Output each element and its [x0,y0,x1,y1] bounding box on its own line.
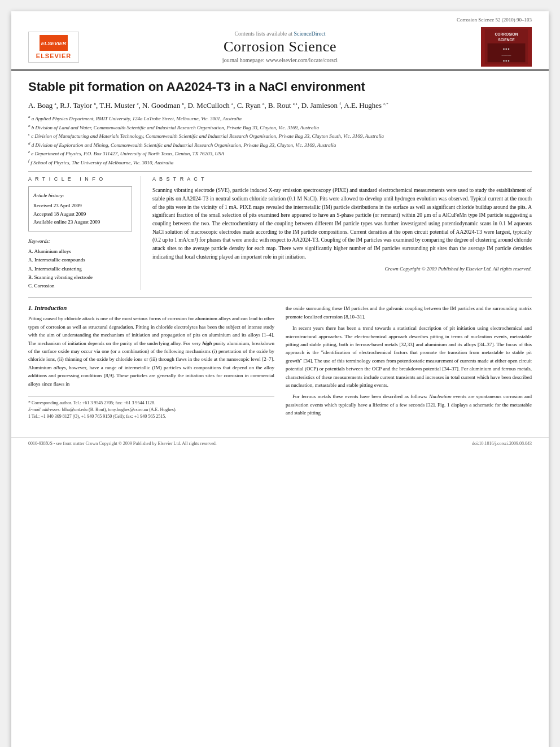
abstract-heading: A B S T R A C T [152,176,532,182]
body-right-col: the oxide surrounding these IM particles… [286,304,532,420]
copyright-line: Crown Copyright © 2009 Published by Else… [152,266,532,272]
intro-para-right-3: For ferrous metals these events have bee… [286,392,532,417]
affiliations: a a Applied Physics Department, RMIT Uni… [28,114,532,167]
accepted-date: Accepted 18 August 2009 [33,210,127,218]
footnote-1: * Corresponding author. Tel.: +61 3 9545… [28,400,274,407]
section1-title: 1. Introduction [28,304,274,311]
svg-text:─────: ───── [501,54,511,57]
intro-para-1: Pitting caused by chloride attack is one… [28,314,274,388]
journal-header: Corrosion Science 52 (2010) 90–103 ELSEV… [11,11,549,71]
article-page: Corrosion Science 52 (2010) 90–103 ELSEV… [11,11,549,747]
article-info-abstract: A R T I C L E I N F O Article history: R… [28,176,532,290]
keyword-2: A. Intermetallic compounds [28,256,132,264]
keyword-5: C. Corrosion [28,282,132,290]
footnote-3: 1 Tel.: +1 940 369 8127 (O), +1 940 765 … [28,413,274,420]
affiliation-b: b b Division of Land and Water, Commonwe… [28,123,532,132]
keywords-block: Keywords: A. Aluminium alloys A. Interme… [28,237,132,291]
svg-text:SCIENCE: SCIENCE [498,38,515,42]
authors-line: A. Boag a, R.J. Taylor b, T.H. Muster c,… [28,100,532,111]
volume-info: Corrosion Science 52 (2010) 90–103 [28,17,532,24]
intro-para-right-1: the oxide surrounding these IM particles… [286,304,532,321]
page-footer: 0010-938X/$ - see front matter Crown Cop… [11,438,549,449]
article-history-label: Article history: [33,191,127,199]
volume-info-text: Corrosion Science 52 (2010) 90–103 [457,17,532,23]
affiliation-a: a a Applied Physics Department, RMIT Uni… [28,114,532,123]
affiliation-c: c c Division of Manufacturing and Materi… [28,132,532,141]
footnotes: * Corresponding author. Tel.: +61 3 9545… [28,396,274,420]
elsevier-text: ELSEVIER [36,53,71,59]
keyword-3: A. Intermetallic clustering [28,265,132,273]
elsevier-logo-image: ELSEVIER [40,35,68,51]
abstract-text: Scanning vibrating electrode (SVE), part… [152,186,532,261]
intro-para-right-2: In recent years there has been a trend t… [286,324,532,389]
sciencedirect-line: Contents lists available at ScienceDirec… [79,30,481,37]
available-date: Available online 23 August 2009 [33,218,127,226]
journal-title: Corrosion Science [79,38,481,55]
article-history-box: Article history: Received 23 April 2009 … [28,186,132,231]
keyword-4: B. Scanning vibrating electrode [28,273,132,282]
article-title: Stable pit formation on AA2024-T3 in a N… [28,79,532,95]
svg-text:■ ■ ■: ■ ■ ■ [503,47,509,50]
received-date: Received 23 April 2009 [33,202,127,209]
sciencedirect-link[interactable]: ScienceDirect [294,30,325,37]
intro-text-right: the oxide surrounding these IM particles… [286,304,532,417]
body-divider [28,297,532,298]
right-column: A B S T R A C T Scanning vibrating elect… [152,176,532,290]
elsevier-logo: ELSEVIER ELSEVIER [28,32,79,63]
footer-doi: doi:10.1016/j.corsci.2009.08.043 [472,441,532,446]
main-content: Stable pit formation on AA2024-T3 in a N… [11,71,549,429]
body-left-col: 1. Introduction Pitting caused by chlori… [28,304,274,420]
journal-logo-box: CORROSION SCIENCE ■ ■ ■ ───── ■ ■ ■ [481,27,532,67]
affiliation-e: e e Department of Physics, P.O. Box 3114… [28,149,532,158]
left-column: A R T I C L E I N F O Article history: R… [28,176,141,290]
body-two-col: 1. Introduction Pitting caused by chlori… [28,304,532,420]
footer-copyright: 0010-938X/$ - see front matter Crown Cop… [28,441,217,446]
footnote-2: E-mail addresses: blhu@unt.edu (B. Rout)… [28,407,274,413]
journal-banner: ELSEVIER ELSEVIER Contents lists availab… [28,24,532,69]
intro-text-left: Pitting caused by chloride attack is one… [28,314,274,388]
affiliation-f: f f School of Physics, The University of… [28,158,532,167]
svg-text:CORROSION: CORROSION [495,32,518,36]
journal-homepage: journal homepage: www.elsevier.com/locat… [79,57,481,63]
journal-center: Contents lists available at ScienceDirec… [79,30,481,63]
svg-text:ELSEVIER: ELSEVIER [41,41,67,46]
keywords-label: Keywords: [28,237,132,246]
article-info-heading: A R T I C L E I N F O [28,176,132,182]
affiliation-d: d d Division of Exploration and Mining, … [28,141,532,150]
svg-text:■ ■ ■: ■ ■ ■ [503,59,509,62]
keyword-1: A. Aluminium alloys [28,247,132,256]
